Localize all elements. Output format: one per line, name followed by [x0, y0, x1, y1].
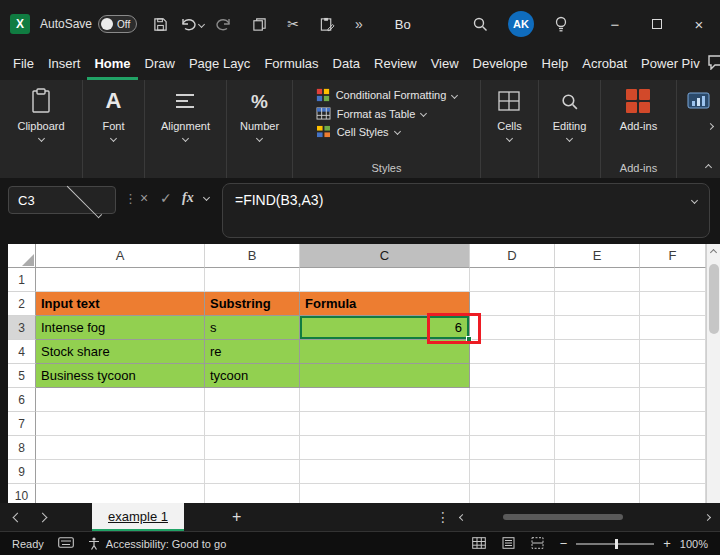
cell-F4[interactable] — [640, 340, 706, 364]
maximize-button[interactable] — [636, 0, 678, 48]
zoom-out-button[interactable]: − — [560, 536, 568, 551]
name-box[interactable]: C3 — [8, 186, 116, 214]
cell-D2[interactable] — [470, 292, 555, 316]
cells-button[interactable]: Cells — [497, 86, 521, 141]
cell-B10[interactable] — [205, 484, 300, 503]
cell-D9[interactable] — [470, 460, 555, 484]
cell-B3[interactable]: s — [205, 316, 300, 340]
cancel-button[interactable]: × — [140, 190, 148, 206]
cell-E1[interactable] — [555, 268, 640, 292]
select-all-corner[interactable] — [8, 244, 36, 268]
row-header-1[interactable]: 1 — [8, 268, 36, 292]
column-header-f[interactable]: F — [640, 244, 706, 268]
cell-A7[interactable] — [36, 412, 205, 436]
column-header-e[interactable]: E — [555, 244, 640, 268]
minimize-button[interactable]: − — [594, 0, 636, 48]
close-button[interactable]: × — [678, 0, 720, 48]
cell-B7[interactable] — [205, 412, 300, 436]
accessibility-checker-button[interactable]: Accessibility: Good to go — [88, 537, 226, 550]
cell-E8[interactable] — [555, 436, 640, 460]
menu-tab-home[interactable]: Home — [87, 48, 137, 80]
cell-B5[interactable]: tycoon — [205, 364, 300, 388]
cell-A6[interactable] — [36, 388, 205, 412]
cell-E2[interactable] — [555, 292, 640, 316]
menu-tab-review[interactable]: Review — [367, 48, 424, 80]
menu-tab-file[interactable]: File — [6, 48, 41, 80]
column-header-c[interactable]: C — [300, 244, 470, 268]
row-header-10[interactable]: 10 — [8, 484, 36, 503]
row-header-7[interactable]: 7 — [8, 412, 36, 436]
cell-F3[interactable] — [640, 316, 706, 340]
clipboard-button[interactable]: Clipboard — [17, 86, 64, 141]
cell-D5[interactable] — [470, 364, 555, 388]
column-header-a[interactable]: A — [36, 244, 205, 268]
sheet-tab-example-1[interactable]: example 1 — [92, 503, 184, 531]
vertical-scrollbar[interactable] — [706, 244, 720, 503]
menu-tab-power-pivot[interactable]: Power Piv — [634, 48, 707, 80]
cell-A5[interactable]: Business tycoon — [36, 364, 205, 388]
cell-F6[interactable] — [640, 388, 706, 412]
qat-overflow-button[interactable]: » — [349, 12, 369, 36]
sheet-nav-left-chevron[interactable] — [13, 512, 23, 522]
cell-D7[interactable] — [470, 412, 555, 436]
menu-tab-acrobat[interactable]: Acrobat — [575, 48, 634, 80]
menu-tab-view[interactable]: View — [424, 48, 466, 80]
zoom-level[interactable]: 100% — [680, 538, 708, 550]
cell-F2[interactable] — [640, 292, 706, 316]
cell-B6[interactable] — [205, 388, 300, 412]
cell-B9[interactable] — [205, 460, 300, 484]
formula-input[interactable]: =FIND(B3,A3) — [222, 183, 710, 238]
add-sheet-button[interactable]: + — [232, 508, 241, 526]
cell-F1[interactable] — [640, 268, 706, 292]
keyboard-button[interactable] — [58, 537, 74, 550]
cell-E9[interactable] — [555, 460, 640, 484]
cell-A3[interactable]: Intense fog — [36, 316, 205, 340]
redo-button[interactable] — [210, 13, 238, 35]
cut-button[interactable]: ✂ — [281, 12, 305, 36]
horizontal-scroll-thumb[interactable] — [503, 514, 623, 520]
cell-F10[interactable] — [640, 484, 706, 503]
cell-A4[interactable]: Stock share — [36, 340, 205, 364]
row-header-9[interactable]: 9 — [8, 460, 36, 484]
cell-F9[interactable] — [640, 460, 706, 484]
editing-button[interactable]: Editing — [553, 86, 587, 141]
cell-B8[interactable] — [205, 436, 300, 460]
search-button[interactable] — [466, 12, 494, 36]
menu-tab-developer[interactable]: Develope — [466, 48, 535, 80]
scroll-up-icon[interactable] — [710, 248, 717, 255]
cell-E3[interactable] — [555, 316, 640, 340]
cell-C6[interactable] — [300, 388, 470, 412]
format-as-table-button[interactable]: Format as Table — [316, 107, 427, 120]
view-page-layout-button[interactable] — [502, 537, 515, 551]
cell-A8[interactable] — [36, 436, 205, 460]
menu-tab-insert[interactable]: Insert — [41, 48, 88, 80]
row-header-5[interactable]: 5 — [8, 364, 36, 388]
analyze-data-button[interactable] — [687, 86, 711, 116]
cell-F5[interactable] — [640, 364, 706, 388]
account-avatar[interactable]: AK — [508, 11, 534, 37]
row-header-3[interactable]: 3 — [8, 316, 36, 340]
view-normal-button[interactable] — [472, 537, 486, 551]
cell-E7[interactable] — [555, 412, 640, 436]
cell-E5[interactable] — [555, 364, 640, 388]
cell-A10[interactable] — [36, 484, 205, 503]
cell-styles-button[interactable]: Cell Styles — [316, 125, 400, 138]
row-header-4[interactable]: 4 — [8, 340, 36, 364]
autosave-toggle[interactable]: Off — [98, 15, 137, 33]
cell-F7[interactable] — [640, 412, 706, 436]
paste-button[interactable] — [313, 13, 341, 36]
cell-C9[interactable] — [300, 460, 470, 484]
cell-C10[interactable] — [300, 484, 470, 503]
cell-D1[interactable] — [470, 268, 555, 292]
cell-E6[interactable] — [555, 388, 640, 412]
cell-F8[interactable] — [640, 436, 706, 460]
tips-button[interactable] — [548, 12, 574, 36]
undo-button[interactable] — [174, 13, 210, 35]
cell-D10[interactable] — [470, 484, 555, 503]
save-button[interactable] — [147, 13, 174, 36]
cell-B2[interactable]: Substring — [205, 292, 300, 316]
column-header-d[interactable]: D — [470, 244, 555, 268]
cell-D8[interactable] — [470, 436, 555, 460]
menu-tab-formulas[interactable]: Formulas — [257, 48, 325, 80]
cell-A1[interactable] — [36, 268, 205, 292]
